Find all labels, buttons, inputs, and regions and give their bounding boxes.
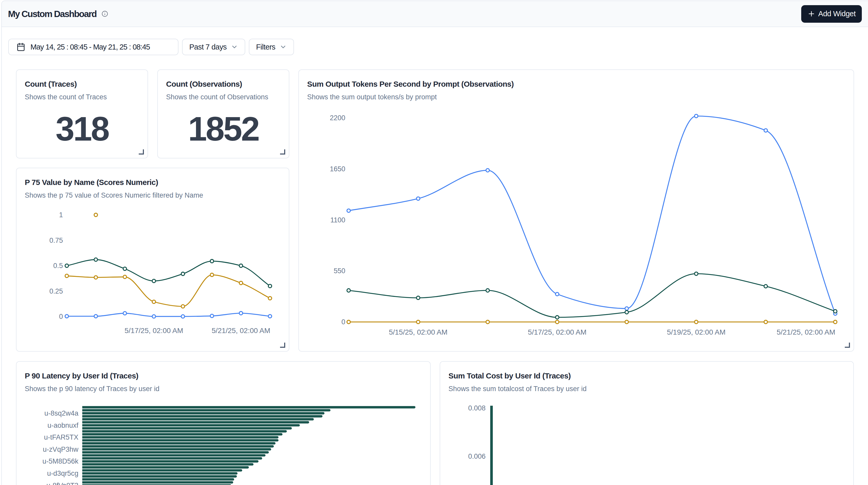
line-chart-p75: 10.750.50.2505/17/25, 02:00 AM5/21/25, 0… xyxy=(25,207,282,346)
vbar-chart-cost: 0.0080.006 xyxy=(448,400,846,485)
widget-subtitle: Shows the sum totalcost of Traces by use… xyxy=(448,384,845,393)
svg-text:0.75: 0.75 xyxy=(49,237,63,244)
widget-subtitle: Shows the sum output tokens/s by prompt xyxy=(307,93,845,101)
widget-title: Count (Observations) xyxy=(166,79,281,89)
svg-text:1100: 1100 xyxy=(330,216,345,224)
big-number-wrap: 1852 xyxy=(158,109,289,149)
chevron-down-icon xyxy=(231,43,238,51)
widget-title: P 90 Latency by User Id (Traces) xyxy=(25,371,422,381)
hbar-chart-p90: u-8sq2w4au-aobnuxfu-tFAR5TXu-zVqP3hwu-5M… xyxy=(25,400,423,485)
svg-text:u-aobnuxf: u-aobnuxf xyxy=(48,422,79,429)
widget-subtitle: Shows the p 75 value of Scores Numeric f… xyxy=(25,191,281,200)
svg-text:u-tFAR5TX: u-tFAR5TX xyxy=(44,433,79,441)
widget-sum-output-tokens[interactable]: Sum Output Tokens Per Second by Prompt (… xyxy=(298,69,854,352)
filters-button[interactable]: Filters xyxy=(249,39,294,55)
svg-text:5/17/25, 02:00 AM: 5/17/25, 02:00 AM xyxy=(528,328,586,336)
widget-subtitle: Shows the count of Traces xyxy=(25,93,139,101)
svg-text:0: 0 xyxy=(341,318,345,326)
widget-count-observations[interactable]: Count (Observations) Shows the count of … xyxy=(157,69,289,158)
svg-text:1650: 1650 xyxy=(330,165,345,173)
svg-text:5/15/25, 02:00 AM: 5/15/25, 02:00 AM xyxy=(389,328,447,336)
svg-text:1: 1 xyxy=(59,211,63,219)
count-traces-value: 318 xyxy=(56,110,108,148)
svg-text:u-8fVa9T3: u-8fVa9T3 xyxy=(46,482,79,485)
resize-handle[interactable] xyxy=(279,342,285,348)
svg-text:550: 550 xyxy=(334,267,345,275)
svg-text:u-5M8D56k: u-5M8D56k xyxy=(42,457,79,465)
resize-handle[interactable] xyxy=(279,149,285,155)
main-panel: My Custom Dashboard Add Widget May 14, 2… xyxy=(1,1,868,485)
add-widget-button[interactable]: Add Widget xyxy=(801,5,862,23)
widget-subtitle: Shows the p 90 latency of Traces by user… xyxy=(25,384,422,393)
widget-count-traces[interactable]: Count (Traces) Shows the count of Traces… xyxy=(16,69,148,158)
widget-title: Sum Output Tokens Per Second by Prompt (… xyxy=(307,79,845,89)
resize-handle[interactable] xyxy=(138,149,144,155)
filter-bar: May 14, 25 : 08:45 - May 21, 25 : 08:45 … xyxy=(8,39,294,55)
widget-subtitle: Shows the count of Observations xyxy=(166,93,281,101)
svg-text:5/17/25, 02:00 AM: 5/17/25, 02:00 AM xyxy=(125,327,183,335)
svg-text:u-8sq2w4a: u-8sq2w4a xyxy=(44,410,79,417)
svg-text:5/21/25, 02:00 AM: 5/21/25, 02:00 AM xyxy=(212,327,270,335)
svg-text:0.5: 0.5 xyxy=(53,262,63,270)
widget-title: Sum Total Cost by User Id (Traces) xyxy=(448,371,845,381)
svg-text:5/21/25, 02:00 AM: 5/21/25, 02:00 AM xyxy=(777,328,835,336)
widget-p90-latency[interactable]: P 90 Latency by User Id (Traces) Shows t… xyxy=(16,361,431,485)
widget-total-cost[interactable]: Sum Total Cost by User Id (Traces) Shows… xyxy=(440,361,854,485)
count-observations-value: 1852 xyxy=(188,110,259,148)
widget-p75-score[interactable]: P 75 Value by Name (Scores Numeric) Show… xyxy=(16,168,289,352)
svg-text:u-zVqP3hw: u-zVqP3hw xyxy=(43,446,79,453)
big-number-wrap: 318 xyxy=(17,109,148,149)
svg-text:0.006: 0.006 xyxy=(468,453,486,460)
svg-text:2200: 2200 xyxy=(330,114,345,122)
resize-handle[interactable] xyxy=(844,342,850,348)
widget-title: P 75 Value by Name (Scores Numeric) xyxy=(25,178,281,187)
date-range-picker[interactable]: May 14, 25 : 08:45 - May 21, 25 : 08:45 xyxy=(8,39,179,55)
page-title: My Custom Dashboard xyxy=(8,9,96,19)
svg-text:5/19/25, 02:00 AM: 5/19/25, 02:00 AM xyxy=(667,328,725,336)
svg-text:0.008: 0.008 xyxy=(468,404,486,412)
line-chart-tokens: 22001650110055005/15/25, 02:00 AM5/17/25… xyxy=(307,109,846,343)
plus-icon xyxy=(807,10,815,18)
page-header: My Custom Dashboard Add Widget xyxy=(2,1,868,27)
info-icon[interactable] xyxy=(102,10,108,17)
svg-text:0.25: 0.25 xyxy=(49,287,63,295)
svg-text:0: 0 xyxy=(59,313,63,321)
chevron-down-icon xyxy=(280,43,287,51)
widget-title: Count (Traces) xyxy=(25,79,139,89)
time-range-select[interactable]: Past 7 days xyxy=(182,39,245,55)
svg-text:u-d3qr5cg: u-d3qr5cg xyxy=(47,469,79,477)
calendar-icon xyxy=(17,42,25,51)
